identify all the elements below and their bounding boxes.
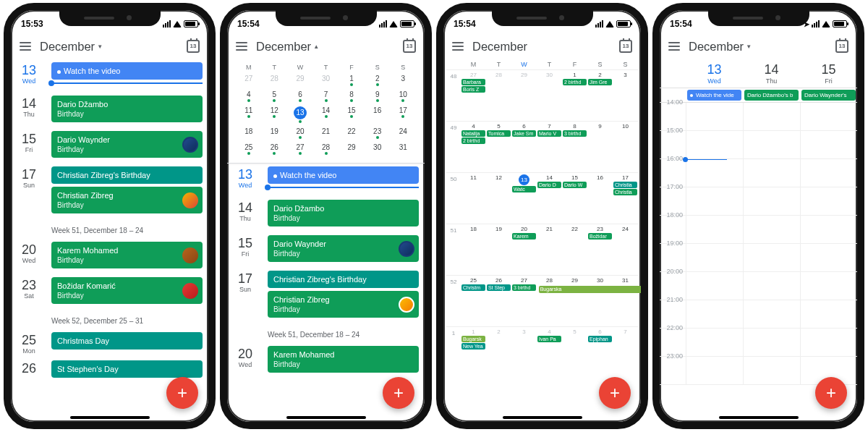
- month-day-cell[interactable]: 20Karem: [511, 224, 537, 275]
- month-day-cell[interactable]: 21: [537, 224, 562, 275]
- event-chip[interactable]: 3 birthd: [512, 284, 536, 291]
- calendar-day[interactable]: 28: [262, 72, 288, 88]
- calendar-day[interactable]: 29: [287, 72, 313, 88]
- calendar-day[interactable]: 21: [313, 125, 339, 141]
- month-day-cell[interactable]: 10: [613, 122, 638, 172]
- event-card[interactable]: Christian ZibregBirthday: [268, 291, 419, 318]
- event-span[interactable]: Bugarska: [539, 286, 641, 293]
- event-card[interactable]: Christian Zibreg's Birthday: [51, 166, 203, 184]
- event-card[interactable]: Dario DžamboBirthday: [51, 96, 203, 122]
- event-chip[interactable]: 2 birthd: [563, 79, 587, 85]
- event-chip[interactable]: Tomica: [487, 130, 511, 137]
- month-day-cell[interactable]: 83 birthd: [562, 122, 587, 172]
- month-day-cell[interactable]: 15Dario W: [562, 173, 587, 224]
- calendar-day[interactable]: 31: [390, 141, 416, 157]
- month-day-cell[interactable]: 27BarbaraBoris Z: [461, 70, 486, 121]
- month-day-cell[interactable]: 4Natalija2 birthd: [461, 122, 486, 172]
- month-day-cell[interactable]: 31: [613, 276, 638, 326]
- calendar-day[interactable]: 17: [390, 104, 416, 125]
- today-button[interactable]: 13: [835, 40, 848, 53]
- date-label[interactable]: 23Sat: [11, 277, 47, 307]
- month-day-cell[interactable]: 6Epiphan: [587, 327, 613, 368]
- today-button[interactable]: 13: [619, 40, 632, 53]
- event-card[interactable]: Dario DžamboBirthday: [268, 200, 419, 226]
- calendar-day[interactable]: 23: [365, 125, 391, 141]
- month-day-cell[interactable]: 26St Step: [486, 276, 511, 326]
- event-chip[interactable]: Božidar: [588, 233, 612, 240]
- month-day-cell[interactable]: 23Božidar: [587, 224, 613, 275]
- month-day-cell[interactable]: 17ChristiaChristia: [613, 173, 638, 224]
- home-indicator[interactable]: [719, 416, 799, 419]
- menu-icon[interactable]: [236, 42, 247, 51]
- event-chip[interactable]: Christia: [613, 182, 637, 188]
- calendar-day[interactable]: 27: [287, 141, 313, 157]
- event-card[interactable]: Dario WaynderBirthday: [268, 235, 419, 262]
- calendar-day[interactable]: 3: [390, 72, 416, 88]
- month-day-cell[interactable]: 3: [613, 70, 638, 121]
- month-day-cell[interactable]: 25Christm: [461, 276, 486, 326]
- date-label[interactable]: 13Wed: [11, 62, 47, 90]
- allday-event[interactable]: Watch the vide: [687, 90, 741, 101]
- date-label[interactable]: 14Thu: [227, 200, 263, 229]
- event-card[interactable]: Christian Zibreg's Birthday: [268, 271, 419, 288]
- month-label[interactable]: December: [472, 40, 527, 54]
- day-header[interactable]: 13Wed: [686, 59, 743, 88]
- add-button[interactable]: +: [166, 377, 198, 409]
- month-day-cell[interactable]: 6Jake Sm: [511, 122, 537, 172]
- calendar-day[interactable]: 13: [287, 104, 313, 125]
- event-chip[interactable]: 3 birthd: [563, 130, 587, 137]
- month-day-cell[interactable]: 29: [562, 276, 587, 326]
- event-card[interactable]: Karem MohamedBirthday: [268, 346, 419, 373]
- add-button[interactable]: +: [383, 377, 414, 409]
- month-day-cell[interactable]: 12: [486, 173, 511, 224]
- month-day-cell[interactable]: 2Jim Gre: [587, 70, 613, 121]
- calendar-day[interactable]: 22: [339, 125, 365, 141]
- event-chip[interactable]: Christia: [613, 189, 637, 195]
- calendar-day[interactable]: 12: [262, 104, 288, 125]
- date-label[interactable]: 25Mon: [11, 332, 47, 355]
- calendar-day[interactable]: 25: [236, 141, 262, 157]
- calendar-day[interactable]: 7: [313, 88, 339, 104]
- event-chip[interactable]: Barbara: [461, 79, 485, 85]
- month-day-cell[interactable]: 2: [486, 327, 511, 368]
- event-chip[interactable]: New Yea: [461, 343, 485, 350]
- month-day-cell[interactable]: 19: [486, 224, 511, 275]
- calendar-day[interactable]: 30: [365, 141, 391, 157]
- event-chip[interactable]: Karem: [512, 233, 536, 240]
- day-header[interactable]: 15Fri: [800, 59, 857, 88]
- allday-event[interactable]: Dario Džambo's b: [744, 90, 799, 101]
- calendar-day[interactable]: 30: [313, 72, 339, 88]
- menu-icon[interactable]: [452, 42, 464, 51]
- month-day-cell[interactable]: 3: [511, 327, 537, 368]
- month-day-cell[interactable]: 30: [537, 70, 562, 121]
- calendar-day[interactable]: 10: [390, 88, 416, 104]
- event-card[interactable]: Božidar KomarićBirthday: [51, 277, 203, 304]
- event-chip[interactable]: Jake Sm: [512, 130, 536, 137]
- menu-icon[interactable]: [20, 42, 31, 51]
- event-chip[interactable]: Jim Gre: [588, 79, 612, 85]
- month-day-cell[interactable]: 16: [587, 173, 613, 224]
- calendar-day[interactable]: 8: [339, 88, 365, 104]
- month-day-cell[interactable]: 11: [461, 173, 486, 224]
- event-chip[interactable]: Bugarsk: [461, 336, 485, 342]
- month-day-cell[interactable]: 4Ivan Pa: [537, 327, 562, 368]
- event-chip[interactable]: Epiphan: [588, 336, 612, 342]
- calendar-day[interactable]: 24: [390, 125, 416, 141]
- date-label[interactable]: 26: [11, 360, 47, 381]
- event-chip[interactable]: Christm: [461, 284, 485, 291]
- date-label[interactable]: 14Thu: [11, 96, 47, 125]
- event-chip[interactable]: Natalija: [461, 130, 485, 137]
- event-chip[interactable]: Dario D: [537, 182, 561, 188]
- month-selector[interactable]: December▼: [689, 40, 752, 54]
- month-day-cell[interactable]: 28: [486, 70, 511, 121]
- add-button[interactable]: +: [599, 377, 631, 409]
- event-card[interactable]: Christmas Day: [51, 332, 203, 350]
- month-selector[interactable]: December▼: [40, 40, 103, 54]
- month-day-cell[interactable]: 22: [562, 224, 587, 275]
- event-card[interactable]: Watch the video: [268, 166, 419, 184]
- calendar-day[interactable]: 4: [236, 88, 262, 104]
- calendar-day[interactable]: 1: [339, 72, 365, 88]
- hour-grid[interactable]: 14:0015:0016:0017:0018:0019:0020:0021:00…: [660, 103, 857, 385]
- date-label[interactable]: 15Fri: [11, 131, 47, 161]
- event-chip[interactable]: Boris Z: [461, 86, 485, 93]
